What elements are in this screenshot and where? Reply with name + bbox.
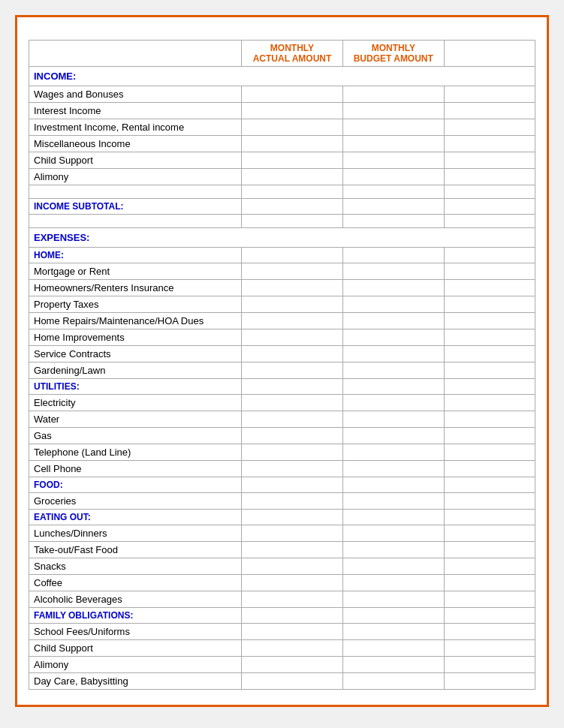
budget-amount[interactable] bbox=[342, 640, 444, 657]
difference-value bbox=[444, 673, 535, 690]
subtotal-label: INCOME SUBTOTAL: bbox=[29, 199, 242, 215]
budget-amount[interactable] bbox=[342, 542, 444, 558]
budget-amount[interactable] bbox=[342, 461, 444, 477]
actual-amount[interactable] bbox=[242, 296, 343, 313]
row-label: Snacks bbox=[29, 558, 242, 575]
difference-value bbox=[444, 119, 535, 136]
budget-amount[interactable] bbox=[342, 86, 444, 103]
budget-amount[interactable] bbox=[342, 296, 444, 313]
actual-amount[interactable] bbox=[242, 86, 343, 103]
difference-value bbox=[444, 411, 535, 428]
row-label: Telephone (Land Line) bbox=[29, 444, 242, 461]
budget-table: MONTHLYACTUAL AMOUNT MONTHLYBUDGET AMOUN… bbox=[29, 40, 535, 690]
row-label: Investment Income, Rental income bbox=[29, 119, 242, 136]
actual-amount[interactable] bbox=[242, 346, 343, 362]
budget-amount[interactable] bbox=[342, 346, 444, 362]
budget-amount[interactable] bbox=[342, 263, 444, 280]
budget-amount[interactable] bbox=[342, 169, 444, 185]
actual-amount[interactable] bbox=[242, 657, 343, 673]
actual-amount[interactable] bbox=[242, 461, 343, 477]
difference-value bbox=[444, 136, 535, 152]
row-label: Gas bbox=[29, 428, 242, 444]
difference-value bbox=[444, 640, 535, 657]
actual-amount[interactable] bbox=[242, 136, 343, 152]
section-header: INCOME: bbox=[29, 67, 535, 86]
actual-amount[interactable] bbox=[242, 542, 343, 558]
budget-amount[interactable] bbox=[342, 152, 444, 169]
difference-value bbox=[444, 86, 535, 103]
actual-amount[interactable] bbox=[242, 493, 343, 510]
row-label: Property Taxes bbox=[29, 296, 242, 313]
budget-amount[interactable] bbox=[342, 136, 444, 152]
budget-amount[interactable] bbox=[342, 624, 444, 640]
budget-amount[interactable] bbox=[342, 313, 444, 329]
row-label: Day Care, Babysitting bbox=[29, 673, 242, 690]
actual-amount[interactable] bbox=[242, 640, 343, 657]
section-header: EXPENSES: bbox=[29, 228, 535, 248]
budget-amount[interactable] bbox=[342, 525, 444, 542]
actual-amount[interactable] bbox=[242, 280, 343, 296]
header-category bbox=[29, 41, 242, 67]
actual-amount[interactable] bbox=[242, 169, 343, 185]
budget-amount[interactable] bbox=[342, 103, 444, 119]
difference-value bbox=[444, 362, 535, 379]
difference-value bbox=[444, 280, 535, 296]
row-label: Electricity bbox=[29, 395, 242, 411]
actual-amount[interactable] bbox=[242, 119, 343, 136]
row-label: Coffee bbox=[29, 575, 242, 591]
actual-amount[interactable] bbox=[242, 444, 343, 461]
actual-amount[interactable] bbox=[242, 263, 343, 280]
budget-amount[interactable] bbox=[342, 575, 444, 591]
budget-amount[interactable] bbox=[342, 558, 444, 575]
budget-amount[interactable] bbox=[342, 493, 444, 510]
header-difference bbox=[444, 41, 535, 67]
difference-value bbox=[444, 428, 535, 444]
actual-amount[interactable] bbox=[242, 411, 343, 428]
difference-value bbox=[444, 575, 535, 591]
difference-value bbox=[444, 461, 535, 477]
actual-amount[interactable] bbox=[242, 558, 343, 575]
budget-amount[interactable] bbox=[342, 280, 444, 296]
budget-amount[interactable] bbox=[342, 362, 444, 379]
budget-amount[interactable] bbox=[342, 657, 444, 673]
difference-value bbox=[444, 263, 535, 280]
budget-amount[interactable] bbox=[342, 673, 444, 690]
row-label: Miscellaneous Income bbox=[29, 136, 242, 152]
row-label: Lunches/Dinners bbox=[29, 525, 242, 542]
budget-amount[interactable] bbox=[342, 591, 444, 608]
actual-amount[interactable] bbox=[242, 525, 343, 542]
row-label: Alimony bbox=[29, 657, 242, 673]
difference-value bbox=[444, 169, 535, 185]
actual-amount[interactable] bbox=[242, 428, 343, 444]
actual-amount[interactable] bbox=[242, 624, 343, 640]
subsection-header: HOME: bbox=[29, 248, 242, 263]
subsection-header: FAMILY OBLIGATIONS: bbox=[29, 608, 242, 624]
budget-amount[interactable] bbox=[342, 329, 444, 346]
actual-amount[interactable] bbox=[242, 575, 343, 591]
difference-value bbox=[444, 542, 535, 558]
actual-amount[interactable] bbox=[242, 313, 343, 329]
difference-value bbox=[444, 558, 535, 575]
header-budget: MONTHLYBUDGET AMOUNT bbox=[342, 41, 444, 67]
row-label: Gardening/Lawn bbox=[29, 362, 242, 379]
row-label: Alcoholic Beverages bbox=[29, 591, 242, 608]
actual-amount[interactable] bbox=[242, 152, 343, 169]
actual-amount[interactable] bbox=[242, 673, 343, 690]
actual-amount[interactable] bbox=[242, 329, 343, 346]
budget-amount[interactable] bbox=[342, 395, 444, 411]
row-label: Service Contracts bbox=[29, 346, 242, 362]
budget-amount[interactable] bbox=[342, 119, 444, 136]
budget-worksheet-page: MONTHLYACTUAL AMOUNT MONTHLYBUDGET AMOUN… bbox=[15, 15, 549, 707]
actual-amount[interactable] bbox=[242, 395, 343, 411]
row-label: Home Repairs/Maintenance/HOA Dues bbox=[29, 313, 242, 329]
budget-amount[interactable] bbox=[342, 444, 444, 461]
budget-amount[interactable] bbox=[342, 428, 444, 444]
actual-amount[interactable] bbox=[242, 362, 343, 379]
row-label: Water bbox=[29, 411, 242, 428]
difference-value bbox=[444, 395, 535, 411]
row-label: Alimony bbox=[29, 169, 242, 185]
budget-amount[interactable] bbox=[342, 411, 444, 428]
actual-amount[interactable] bbox=[242, 591, 343, 608]
subsection-header: UTILITIES: bbox=[29, 379, 242, 395]
actual-amount[interactable] bbox=[242, 103, 343, 119]
